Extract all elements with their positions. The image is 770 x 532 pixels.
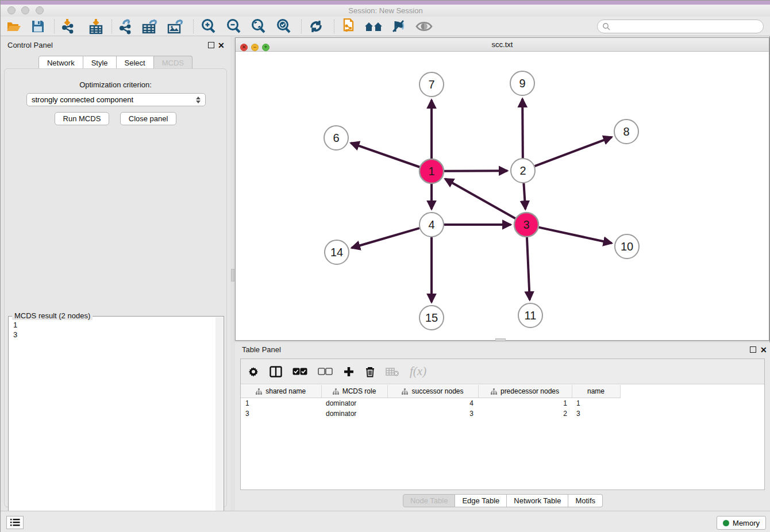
apply-layout-icon[interactable] <box>306 18 326 34</box>
gear-icon[interactable] <box>248 366 259 377</box>
graph-edge[interactable] <box>352 228 419 248</box>
import-table-icon[interactable] <box>86 18 106 34</box>
float-panel-icon[interactable] <box>750 346 756 353</box>
graph-node[interactable]: 14 <box>325 240 349 264</box>
list-icon <box>10 518 20 527</box>
graph-node[interactable]: 9 <box>510 71 534 95</box>
table-tabs: Node TableEdge TableNetwork TableMotifs <box>235 494 770 507</box>
column-header[interactable]: successor nodes <box>387 385 478 398</box>
search-input[interactable] <box>597 20 764 33</box>
network-window-titlebar: ✕−+ scc.txt <box>236 38 769 52</box>
network-canvas[interactable]: 7968124314101511 <box>236 52 769 340</box>
table-panel-title: Table Panel <box>242 345 281 354</box>
graph-node[interactable]: 15 <box>419 306 444 330</box>
background-window-strip <box>1 1 770 5</box>
graph-edge[interactable] <box>444 171 507 171</box>
main-toolbar <box>1 17 770 36</box>
mcds-result-title: MCDS result (2 nodes) <box>12 311 93 320</box>
close-panel-icon[interactable]: ✕ <box>760 345 767 354</box>
control-panel-title: Control Panel <box>7 41 53 49</box>
graph-edge[interactable] <box>535 137 612 167</box>
function-icon[interactable]: f(x) <box>410 364 426 379</box>
table-header-row: shared name MCDS role successor nodes pr… <box>241 385 620 398</box>
select-all-icon[interactable] <box>292 368 307 376</box>
float-panel-icon[interactable] <box>208 42 214 48</box>
column-header[interactable]: name <box>572 385 620 398</box>
graph-node[interactable]: 4 <box>419 213 444 237</box>
zoom-out-icon[interactable] <box>224 18 244 34</box>
graph-node-label: 6 <box>333 132 339 144</box>
annotations-icon[interactable] <box>388 18 408 34</box>
control-panel: Control Panel ✕ NetworkStyleSelectMCDS O… <box>1 36 230 511</box>
graph-node-label: 2 <box>519 164 526 177</box>
tab-node-table[interactable]: Node Table <box>403 494 456 507</box>
titlebar: Session: New Session <box>1 5 770 17</box>
graph-node-label: 3 <box>523 218 529 231</box>
export-network-icon[interactable] <box>116 18 136 34</box>
export-table-icon[interactable] <box>141 18 160 34</box>
column-header[interactable]: MCDS role <box>321 385 387 398</box>
zoom-selected-icon[interactable] <box>274 18 294 34</box>
splitter-handle[interactable] <box>231 269 234 282</box>
graph-edge[interactable] <box>522 99 523 158</box>
toolbar-separator <box>193 20 194 33</box>
close-panel-icon[interactable]: ✕ <box>218 41 225 50</box>
optimization-criterion-label: Optimization criterion: <box>5 80 226 89</box>
graph-node[interactable]: 10 <box>615 234 639 259</box>
mcds-result-item: 3 <box>13 330 17 340</box>
export-image-icon[interactable] <box>166 18 186 34</box>
open-session-icon[interactable] <box>4 18 24 34</box>
add-icon[interactable] <box>343 366 355 377</box>
graph-node[interactable]: 1 <box>419 159 444 183</box>
search-icon <box>602 22 610 30</box>
graph-edge[interactable] <box>527 237 530 300</box>
save-session-icon[interactable] <box>28 18 48 34</box>
graph-node[interactable]: 7 <box>419 72 444 97</box>
trash-icon[interactable] <box>365 366 375 377</box>
graph-node-label: 8 <box>623 125 629 138</box>
tab-edge-table[interactable]: Edge Table <box>455 494 507 507</box>
import-network-icon[interactable] <box>59 18 78 34</box>
graph-node[interactable]: 6 <box>324 126 348 150</box>
toolbar-separator <box>334 20 334 33</box>
graph-node[interactable]: 11 <box>518 303 542 327</box>
panel-splitter[interactable] <box>230 36 235 511</box>
zoom-in-icon[interactable] <box>199 18 218 34</box>
tab-motifs[interactable]: Motifs <box>568 494 603 507</box>
network-view-window: ✕−+ scc.txt 7968124314101511 <box>235 37 769 341</box>
graph-node-label: 7 <box>428 78 434 91</box>
memory-status-icon <box>723 520 729 526</box>
graph-node[interactable]: 3 <box>514 213 538 237</box>
graph-node-label: 1 <box>428 165 434 178</box>
graph-node-label: 10 <box>621 240 633 253</box>
graphics-details-icon[interactable] <box>414 18 434 34</box>
table-row[interactable]: 1 dominator 4 1 1 <box>241 398 620 409</box>
graph-edge[interactable] <box>538 228 611 244</box>
delete-table-icon[interactable] <box>386 367 399 376</box>
graph-node[interactable]: 8 <box>614 119 638 144</box>
status-bar: Memory <box>1 511 770 532</box>
columns-icon[interactable] <box>270 366 282 377</box>
tab-network-table[interactable]: Network Table <box>507 494 568 507</box>
horizontal-splitter-handle[interactable] <box>495 338 506 341</box>
graph-node-label: 4 <box>428 218 434 231</box>
close-panel-button[interactable]: Close panel <box>120 112 177 125</box>
graph-edge[interactable] <box>523 183 525 209</box>
column-header[interactable]: shared name <box>241 385 321 398</box>
table-row[interactable]: 3 dominator 3 2 3 <box>241 408 620 419</box>
column-header[interactable]: predecessor nodes <box>478 385 572 398</box>
graph-edge[interactable] <box>351 143 419 167</box>
graph-edge[interactable] <box>445 179 515 218</box>
graph-node[interactable]: 2 <box>511 159 535 183</box>
memory-button[interactable]: Memory <box>717 516 766 530</box>
graph-node-label: 11 <box>525 309 537 322</box>
result-scrollbar[interactable] <box>215 317 223 532</box>
run-mcds-button[interactable]: Run MCDS <box>55 112 110 125</box>
deselect-all-icon[interactable] <box>318 368 333 376</box>
first-neighbors-icon[interactable] <box>364 18 383 34</box>
select-stepper-icon <box>196 97 201 103</box>
task-history-button[interactable] <box>6 516 24 529</box>
optimization-criterion-select[interactable]: strongly connected component <box>26 93 206 106</box>
zoom-fit-icon[interactable] <box>249 18 268 34</box>
clone-network-icon[interactable] <box>338 18 358 34</box>
